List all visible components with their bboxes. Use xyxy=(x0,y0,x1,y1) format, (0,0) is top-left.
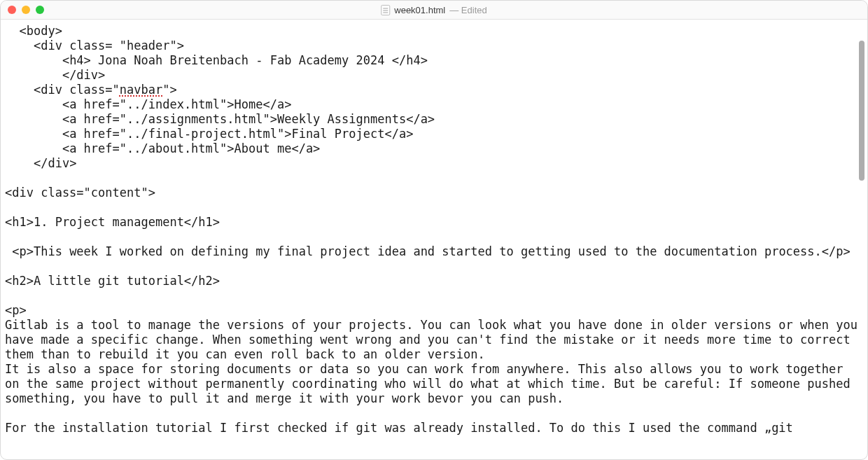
editor-line[interactable]: <a href="../about.html">About me</a> xyxy=(5,141,863,156)
editor-line[interactable] xyxy=(5,288,863,303)
scrollbar-track[interactable] xyxy=(856,22,866,456)
titlebar[interactable]: week01.html — Edited xyxy=(1,1,867,20)
editor-line[interactable]: <p>This week I worked on defining my fin… xyxy=(5,244,863,259)
app-window: week01.html — Edited <body> <div class= … xyxy=(0,0,868,460)
editor-line[interactable]: <h2>A little git tutorial</h2> xyxy=(5,274,863,288)
scrollbar-thumb[interactable] xyxy=(859,41,864,181)
editor-line[interactable] xyxy=(5,200,863,215)
window-controls xyxy=(1,6,44,14)
filename-label: week01.html xyxy=(394,5,445,15)
spell-error: navbar xyxy=(120,83,162,97)
editor-line[interactable] xyxy=(5,259,863,274)
editor-line[interactable]: <div class="content"> xyxy=(5,186,863,200)
close-icon[interactable] xyxy=(8,6,16,14)
editor-line[interactable] xyxy=(5,171,863,186)
text-editor[interactable]: <body> <div class= "header"> <h4> Jona N… xyxy=(1,20,867,459)
maximize-icon[interactable] xyxy=(36,6,44,14)
editor-line[interactable]: <a href="../index.html">Home</a> xyxy=(5,97,863,112)
editor-line[interactable]: It is also a space for storing documents… xyxy=(5,362,863,406)
editor-line[interactable]: Gitlab is a tool to manage the versions … xyxy=(5,318,863,362)
window-title: week01.html — Edited xyxy=(381,5,486,15)
editor-line[interactable]: <a href="../final-project.html">Final Pr… xyxy=(5,127,863,141)
edited-label: — Edited xyxy=(449,5,486,15)
editor-line[interactable]: </div> xyxy=(5,156,863,171)
editor-line[interactable]: <div class="navbar"> xyxy=(5,83,863,97)
editor-line[interactable]: </div> xyxy=(5,68,863,83)
editor-area: <body> <div class= "header"> <h4> Jona N… xyxy=(1,20,867,459)
editor-line[interactable]: <h4> Jona Noah Breitenbach - Fab Academy… xyxy=(5,53,863,68)
editor-line[interactable]: For the installation tutorial I first ch… xyxy=(5,421,863,435)
editor-line[interactable] xyxy=(5,406,863,421)
minimize-icon[interactable] xyxy=(22,6,30,14)
editor-line[interactable]: <a href="../assignments.html">Weekly Ass… xyxy=(5,112,863,127)
editor-line[interactable]: <div class= "header"> xyxy=(5,39,863,53)
document-icon xyxy=(381,5,390,15)
editor-line[interactable] xyxy=(5,230,863,244)
editor-line[interactable]: <h1>1. Project management</h1> xyxy=(5,215,863,230)
editor-line[interactable]: <body> xyxy=(5,24,863,39)
editor-line[interactable]: <p> xyxy=(5,303,863,318)
